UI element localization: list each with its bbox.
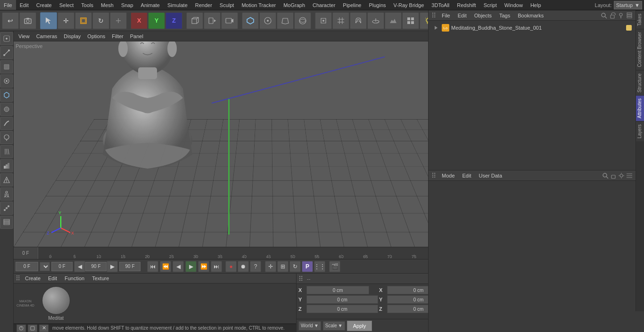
mograph-button[interactable] xyxy=(0,159,13,172)
sculpt-button[interactable] xyxy=(0,117,13,130)
obj-tags-menu[interactable]: Tags xyxy=(497,13,512,18)
camera-clip-button[interactable] xyxy=(221,12,238,29)
keyframe-dots-button[interactable]: ⋮⋮ xyxy=(314,261,325,272)
tab-layers[interactable]: Layers xyxy=(636,121,644,141)
start-frame-input[interactable] xyxy=(51,262,73,271)
select-tool-button[interactable] xyxy=(40,12,57,29)
spline-mode-button[interactable] xyxy=(259,12,276,29)
material-item[interactable]: Meditat xyxy=(42,286,70,321)
record-auto-button[interactable]: ⏺ xyxy=(238,261,249,272)
attr-lock-icon[interactable] xyxy=(610,172,617,179)
frame-rate-select[interactable] xyxy=(40,262,50,271)
menu-mesh[interactable]: Mesh xyxy=(97,0,117,10)
material-ball[interactable] xyxy=(42,286,70,315)
cube-button[interactable] xyxy=(186,12,203,29)
menu-plugins[interactable]: Plugins xyxy=(365,0,389,10)
menu-redshift[interactable]: Redshift xyxy=(453,0,479,10)
obj-edit-menu[interactable]: Edit xyxy=(456,13,469,18)
menu-file[interactable]: File xyxy=(0,0,16,10)
buddha-object[interactable] xyxy=(86,41,209,173)
camera-btn[interactable] xyxy=(19,12,36,29)
scale-tool-button[interactable] xyxy=(110,12,127,29)
obj-bookmarks-menu[interactable]: Bookmarks xyxy=(516,13,545,18)
goto-start-button[interactable]: ⏮ xyxy=(147,261,158,272)
play-backward-button[interactable]: ◀ xyxy=(173,261,184,272)
x-pos-input[interactable] xyxy=(306,286,369,294)
menu-window[interactable]: Window xyxy=(501,0,527,10)
scale-box-button[interactable] xyxy=(75,12,92,29)
edge-mode-button[interactable] xyxy=(0,46,13,59)
magnet-button[interactable] xyxy=(350,12,367,29)
z-pos-input[interactable] xyxy=(306,305,378,313)
menu-character[interactable]: Character xyxy=(309,0,339,10)
tab-attributes[interactable]: Attributes xyxy=(636,95,644,121)
mat-texture-menu[interactable]: Texture xyxy=(89,274,112,283)
dynamics-button[interactable] xyxy=(0,173,13,186)
menu-edit[interactable]: Edit xyxy=(16,0,33,10)
obj-file-menu[interactable]: File xyxy=(440,13,452,18)
object-mode-button[interactable] xyxy=(242,12,259,29)
vp-view-menu[interactable]: View xyxy=(16,32,33,41)
scale-key-button[interactable]: ⊞ xyxy=(277,261,289,272)
menu-create[interactable]: Create xyxy=(33,0,56,10)
terrain-button[interactable] xyxy=(385,12,402,29)
x-axis-button[interactable]: X xyxy=(131,12,148,29)
polygon-mode-button[interactable] xyxy=(277,12,294,29)
object-row[interactable]: Lo Meditating_Buddha_Stone_Statue_001 xyxy=(430,23,634,33)
vp-filter-menu[interactable]: Filter xyxy=(109,32,126,41)
menu-simulate[interactable]: Simulate xyxy=(164,0,191,10)
attr-list-icon[interactable] xyxy=(626,172,633,179)
obj-button[interactable] xyxy=(0,89,13,102)
max-frame-input[interactable] xyxy=(119,262,140,271)
mat-edit-menu[interactable]: Edit xyxy=(45,274,60,283)
layer-icon[interactable] xyxy=(626,12,633,19)
frame-decrease-button[interactable]: ◀ xyxy=(74,261,85,272)
help-button[interactable]: ? xyxy=(250,261,261,272)
pin-icon[interactable] xyxy=(618,12,624,19)
more-tools-button[interactable] xyxy=(402,12,419,29)
current-frame-input[interactable] xyxy=(16,262,38,271)
menu-3dtoall[interactable]: 3DToAll xyxy=(428,0,453,10)
attr-edit-menu[interactable]: Edit xyxy=(461,173,473,178)
status-icon-2[interactable] xyxy=(28,324,37,332)
goto-end-button[interactable]: ⏭ xyxy=(211,261,222,272)
obj-objects-menu[interactable]: Objects xyxy=(472,13,494,18)
menu-sculpt[interactable]: Sculpt xyxy=(216,0,238,10)
menu-pipeline[interactable]: Pipeline xyxy=(339,0,365,10)
z-axis-button[interactable]: Z xyxy=(165,12,182,29)
frame-increase-button[interactable]: ▶ xyxy=(107,261,118,272)
texture-mode-button[interactable] xyxy=(294,12,311,29)
menu-select[interactable]: Select xyxy=(56,0,78,10)
grid-button[interactable] xyxy=(332,12,349,29)
scale-dropdown[interactable]: Scale ▼ xyxy=(323,321,345,331)
search-icon[interactable] xyxy=(601,12,607,19)
vp-display-menu[interactable]: Display xyxy=(61,32,83,41)
menu-snap[interactable]: Snap xyxy=(117,0,137,10)
play-forward-button[interactable]: ▶ xyxy=(185,261,197,272)
layers-button[interactable] xyxy=(0,216,13,229)
motion-button[interactable] xyxy=(0,202,13,215)
y-axis-button[interactable]: Y xyxy=(148,12,165,29)
vp-panel-menu[interactable]: Panel xyxy=(127,32,146,41)
prev-frame-button[interactable]: ⏪ xyxy=(160,261,171,272)
layout-dropdown[interactable]: Startup ▼ xyxy=(614,1,642,9)
render-button[interactable] xyxy=(0,103,13,116)
apply-button[interactable]: Apply xyxy=(347,321,372,331)
y-pos-input[interactable] xyxy=(306,295,378,304)
menu-animate[interactable]: Animate xyxy=(137,0,164,10)
undo-button[interactable]: ↩ xyxy=(2,12,19,29)
attr-userdata-menu[interactable]: User Data xyxy=(477,173,504,178)
param-key-button[interactable]: P xyxy=(302,261,313,272)
tab-takes[interactable]: Takes xyxy=(636,10,644,29)
lock-icon[interactable] xyxy=(609,12,616,19)
point-mode-button[interactable] xyxy=(0,32,13,45)
menu-help[interactable]: Help xyxy=(527,0,545,10)
menu-render[interactable]: Render xyxy=(191,0,216,10)
rotate-button[interactable]: ↻ xyxy=(92,12,109,29)
character-button[interactable] xyxy=(0,187,13,201)
move-key-button[interactable]: ✛ xyxy=(265,261,276,272)
vp-options-menu[interactable]: Options xyxy=(84,32,108,41)
menu-mograph[interactable]: MoGraph xyxy=(280,0,309,10)
polygon-mode-button[interactable] xyxy=(0,60,13,73)
mat-create-menu[interactable]: Create xyxy=(22,274,43,283)
